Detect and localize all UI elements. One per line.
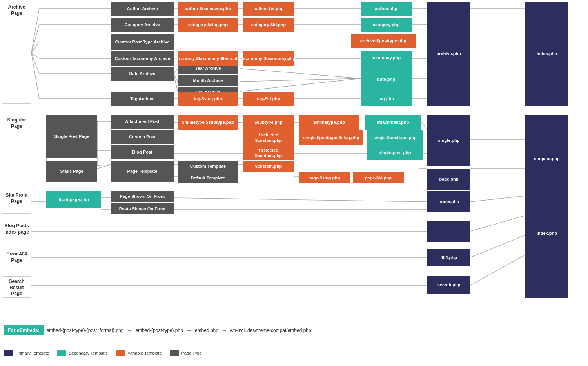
default-template-node: Default Template <box>178 172 238 183</box>
single-php-node: single.php <box>427 115 470 166</box>
diagram-container: Archive Page Author Archive Category Arc… <box>0 0 588 366</box>
legend-secondary-box <box>57 350 66 356</box>
static-page-node: Static Page <box>46 161 97 182</box>
custom-php-node: $custom.php <box>243 161 294 172</box>
page-slug-node: page-$slug.php <box>299 172 350 183</box>
author-archive-node: Author Archive <box>111 2 174 16</box>
page-php-node: page.php <box>427 169 470 190</box>
date-php-node: date.php <box>361 65 412 94</box>
embed-label: For oEmbeds: <box>4 325 44 335</box>
index-php2-node: index.php <box>525 169 568 298</box>
embed-item-2: embed-{post-type}.php <box>135 328 183 333</box>
legend-page-type-box <box>170 350 179 356</box>
arrow-3: → <box>221 327 227 333</box>
svg-line-59 <box>97 165 111 169</box>
blog-index-dark-node <box>427 221 470 242</box>
connectors-svg <box>0 0 588 366</box>
legend-primary: Primary Template <box>4 350 49 356</box>
legend-primary-label: Primary Template <box>16 351 49 355</box>
embed-item-3: embed.php <box>195 328 218 333</box>
mimetype-subtype-node: $mimetype-$subtype.php <box>178 115 238 130</box>
blog-posts-index-label: Blog Posts Index page <box>2 221 31 242</box>
svg-line-72 <box>470 196 525 202</box>
legend-page-type-label: Page Type <box>181 351 202 355</box>
legend-secondary-label: Secondary Template <box>69 351 108 355</box>
tag-id-node: tag-$id.php <box>243 92 294 106</box>
index-php-archive-node: index.php <box>525 2 568 106</box>
svg-line-32 <box>240 78 361 91</box>
svg-line-74 <box>470 216 525 231</box>
category-archive-node: Category Archive <box>111 18 174 32</box>
page-id-node: page-$id.php <box>353 172 404 183</box>
subtype-php-node: $subtype.php <box>243 115 294 130</box>
custom-tax-archive-node: Custom Taxonomy Archive <box>111 51 174 66</box>
svg-line-30 <box>240 69 361 78</box>
archive-page-label: Archive Page <box>2 2 31 104</box>
svg-line-78 <box>470 255 525 285</box>
author-id-node: author-$id.php <box>243 2 294 16</box>
legend-primary-box <box>4 350 13 356</box>
svg-line-50 <box>421 122 427 129</box>
legend-variable: Variable Template <box>116 350 162 356</box>
if-selected-custom1-node: If selected: $custom.php <box>243 130 294 145</box>
single-posttype-slug-node: single-$posttype-$slug.php <box>299 130 363 145</box>
svg-line-2 <box>31 42 39 53</box>
single-post-page-node: Single Post Page <box>46 115 97 158</box>
custom-post-node: Custom Post <box>111 130 174 144</box>
legend-page-type: Page Type <box>170 350 202 356</box>
author-php-node: author.php <box>361 2 412 16</box>
page-template-node: Page Template <box>111 161 174 182</box>
page-shown-on-front-node: Page Shown On Front <box>111 191 174 202</box>
tag-slug-node: tag-$slug.php <box>178 92 238 106</box>
if-selected-custom2-node: If selected: $custom.php <box>243 145 294 160</box>
svg-line-29 <box>174 74 178 91</box>
svg-line-28 <box>174 74 178 82</box>
embed-item-1: embed-{post-type}-{post_format}.php <box>47 328 124 333</box>
category-slug-node: category-$slug.php <box>178 18 238 32</box>
custom-template-node: Custom Template <box>178 161 238 172</box>
arrow-1: → <box>127 327 132 333</box>
single-posttype-node: single-$posttype.php <box>367 130 423 145</box>
archive-posttype-node: archive-$posttype.php <box>351 34 416 48</box>
legend-variable-box <box>116 350 125 356</box>
legend-secondary: Secondary Template <box>57 350 108 356</box>
month-archive-node: Month Archive <box>178 75 238 86</box>
svg-line-5 <box>31 53 39 99</box>
legend: Primary Template Secondary Template Vari… <box>4 350 202 356</box>
category-php-node: category.php <box>361 18 412 32</box>
svg-line-0 <box>31 9 39 53</box>
attachment-post-node: Attachment Post <box>111 115 174 129</box>
taxonomy-php-node: taxonomy.php <box>361 51 412 65</box>
posts-shown-on-front-node: Posts Shown On Front <box>111 203 174 214</box>
site-front-page-label: Site Front Page <box>2 190 31 214</box>
svg-line-4 <box>31 53 39 74</box>
tag-archive-node: Tag Archive <box>111 92 174 106</box>
taxonomy-term-node: taxonomy-$taxonomy-$term.php <box>178 51 238 66</box>
attachment-php-node: attachment.php <box>365 115 421 130</box>
taxonomy-tax-node: taxonomy-$taxonomy.php <box>243 51 294 66</box>
author-nicename-node: author-$nicename.php <box>178 2 238 16</box>
svg-line-70 <box>174 198 427 202</box>
not-found-php-node: 404.php <box>427 249 470 266</box>
singular-page-label: Singular Page <box>2 115 31 183</box>
single-post-php-node: single-post.php <box>367 145 423 160</box>
blog-post-node: Blog Post <box>111 145 174 159</box>
date-archive-node: Date Archive <box>111 67 174 81</box>
mimetype-php-node: $mimetype.php <box>299 115 359 130</box>
svg-line-76 <box>470 235 525 257</box>
embed-item-4: wp-includes/theme-compat/embed.php <box>230 328 311 333</box>
svg-line-31 <box>240 78 361 82</box>
search-result-label: Search Result Page <box>2 276 31 298</box>
archive-php-node: archive.php <box>427 2 470 106</box>
custom-post-archive-node: Custom Post Type Archive <box>111 34 174 50</box>
arrow-2: → <box>186 327 192 333</box>
category-id-node: category-$id.php <box>243 18 294 32</box>
embed-bar: For oEmbeds: embed-{post-type}-{post_for… <box>4 325 311 335</box>
svg-line-1 <box>31 25 39 53</box>
home-php-node: home.php <box>427 191 470 212</box>
tag-php-node: tag.php <box>361 92 412 106</box>
front-page-php-node: front-page.php <box>46 191 101 208</box>
search-php-node: search.php <box>427 276 470 294</box>
svg-line-3 <box>31 53 39 58</box>
legend-variable-label: Variable Template <box>127 351 162 355</box>
